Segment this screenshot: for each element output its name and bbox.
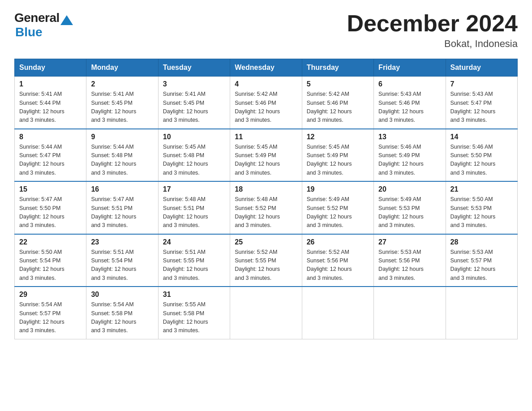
- calendar-cell: 11 Sunrise: 5:45 AMSunset: 5:49 PMDaylig…: [230, 129, 302, 182]
- calendar-cell: [230, 287, 302, 339]
- calendar-week-row: 29 Sunrise: 5:54 AMSunset: 5:57 PMDaylig…: [15, 287, 518, 339]
- day-number: 2: [91, 80, 153, 88]
- day-info: Sunrise: 5:52 AMSunset: 5:55 PMDaylight:…: [235, 249, 280, 281]
- day-number: 23: [91, 238, 153, 246]
- day-number: 12: [307, 133, 369, 141]
- day-info: Sunrise: 5:41 AMSunset: 5:44 PMDaylight:…: [19, 91, 64, 123]
- calendar-cell: 2 Sunrise: 5:41 AMSunset: 5:45 PMDayligh…: [86, 77, 158, 129]
- day-info: Sunrise: 5:45 AMSunset: 5:49 PMDaylight:…: [235, 144, 280, 176]
- calendar-cell: 13 Sunrise: 5:46 AMSunset: 5:49 PMDaylig…: [374, 129, 446, 182]
- day-number: 28: [450, 238, 513, 246]
- day-info: Sunrise: 5:46 AMSunset: 5:50 PMDaylight:…: [450, 144, 496, 176]
- calendar-cell: 6 Sunrise: 5:43 AMSunset: 5:46 PMDayligh…: [374, 77, 446, 129]
- calendar-cell: 24 Sunrise: 5:51 AMSunset: 5:55 PMDaylig…: [158, 234, 230, 287]
- day-info: Sunrise: 5:45 AMSunset: 5:48 PMDaylight:…: [163, 144, 208, 176]
- day-info: Sunrise: 5:49 AMSunset: 5:53 PMDaylight:…: [378, 196, 424, 228]
- calendar-week-row: 1 Sunrise: 5:41 AMSunset: 5:44 PMDayligh…: [15, 77, 518, 129]
- day-info: Sunrise: 5:43 AMSunset: 5:46 PMDaylight:…: [378, 91, 424, 123]
- day-number: 25: [235, 238, 297, 246]
- calendar-cell: 23 Sunrise: 5:51 AMSunset: 5:54 PMDaylig…: [86, 234, 158, 287]
- day-header-thursday: Thursday: [302, 59, 373, 77]
- day-info: Sunrise: 5:51 AMSunset: 5:55 PMDaylight:…: [163, 249, 208, 281]
- day-info: Sunrise: 5:48 AMSunset: 5:51 PMDaylight:…: [163, 196, 208, 228]
- day-number: 22: [19, 238, 82, 246]
- day-number: 5: [307, 80, 369, 88]
- calendar-cell: 22 Sunrise: 5:50 AMSunset: 5:54 PMDaylig…: [15, 234, 86, 287]
- calendar-cell: 25 Sunrise: 5:52 AMSunset: 5:55 PMDaylig…: [230, 234, 302, 287]
- day-info: Sunrise: 5:53 AMSunset: 5:57 PMDaylight:…: [450, 249, 496, 281]
- calendar-cell: 9 Sunrise: 5:44 AMSunset: 5:48 PMDayligh…: [86, 129, 158, 182]
- day-number: 9: [91, 133, 153, 141]
- day-number: 1: [19, 80, 82, 88]
- calendar-cell: 8 Sunrise: 5:44 AMSunset: 5:47 PMDayligh…: [15, 129, 86, 182]
- day-info: Sunrise: 5:54 AMSunset: 5:57 PMDaylight:…: [19, 301, 64, 334]
- calendar-cell: [302, 287, 373, 339]
- day-info: Sunrise: 5:52 AMSunset: 5:56 PMDaylight:…: [307, 249, 352, 281]
- calendar-cell: [446, 287, 517, 339]
- calendar-cell: 15 Sunrise: 5:47 AMSunset: 5:50 PMDaylig…: [15, 181, 86, 234]
- day-info: Sunrise: 5:53 AMSunset: 5:56 PMDaylight:…: [378, 249, 424, 281]
- day-header-friday: Friday: [374, 59, 446, 77]
- day-number: 11: [235, 133, 297, 141]
- calendar-cell: 20 Sunrise: 5:49 AMSunset: 5:53 PMDaylig…: [374, 181, 446, 234]
- page-header: General Blue December 2024 Bokat, Indone…: [14, 11, 518, 50]
- calendar-cell: 27 Sunrise: 5:53 AMSunset: 5:56 PMDaylig…: [374, 234, 446, 287]
- day-header-wednesday: Wednesday: [230, 59, 302, 77]
- calendar-cell: 4 Sunrise: 5:42 AMSunset: 5:46 PMDayligh…: [230, 77, 302, 129]
- day-header-saturday: Saturday: [446, 59, 517, 77]
- day-number: 14: [450, 133, 513, 141]
- day-number: 19: [307, 185, 369, 193]
- page-subtitle: Bokat, Indonesia: [347, 38, 518, 50]
- day-info: Sunrise: 5:43 AMSunset: 5:47 PMDaylight:…: [450, 91, 496, 123]
- day-info: Sunrise: 5:42 AMSunset: 5:46 PMDaylight:…: [235, 91, 280, 123]
- day-number: 29: [19, 291, 82, 299]
- day-number: 3: [163, 80, 225, 88]
- day-info: Sunrise: 5:44 AMSunset: 5:47 PMDaylight:…: [19, 144, 64, 176]
- day-info: Sunrise: 5:47 AMSunset: 5:50 PMDaylight:…: [19, 196, 64, 228]
- day-number: 16: [91, 185, 153, 193]
- title-block: December 2024 Bokat, Indonesia: [347, 11, 518, 50]
- day-number: 7: [450, 80, 513, 88]
- day-info: Sunrise: 5:48 AMSunset: 5:52 PMDaylight:…: [235, 196, 280, 228]
- calendar-cell: 31 Sunrise: 5:55 AMSunset: 5:58 PMDaylig…: [158, 287, 230, 339]
- calendar-cell: 16 Sunrise: 5:47 AMSunset: 5:51 PMDaylig…: [86, 181, 158, 234]
- calendar-cell: 28 Sunrise: 5:53 AMSunset: 5:57 PMDaylig…: [446, 234, 517, 287]
- day-number: 24: [163, 238, 225, 246]
- calendar-cell: 5 Sunrise: 5:42 AMSunset: 5:46 PMDayligh…: [302, 77, 373, 129]
- page-title: December 2024: [347, 11, 518, 36]
- day-info: Sunrise: 5:41 AMSunset: 5:45 PMDaylight:…: [91, 91, 136, 123]
- calendar-cell: 26 Sunrise: 5:52 AMSunset: 5:56 PMDaylig…: [302, 234, 373, 287]
- day-info: Sunrise: 5:46 AMSunset: 5:49 PMDaylight:…: [378, 144, 424, 176]
- day-number: 8: [19, 133, 82, 141]
- logo: General Blue: [14, 11, 73, 39]
- calendar-week-row: 22 Sunrise: 5:50 AMSunset: 5:54 PMDaylig…: [15, 234, 518, 287]
- day-info: Sunrise: 5:50 AMSunset: 5:53 PMDaylight:…: [450, 196, 496, 228]
- day-number: 26: [307, 238, 369, 246]
- day-number: 21: [450, 185, 513, 193]
- calendar-cell: 14 Sunrise: 5:46 AMSunset: 5:50 PMDaylig…: [446, 129, 517, 182]
- calendar-cell: 29 Sunrise: 5:54 AMSunset: 5:57 PMDaylig…: [15, 287, 86, 339]
- calendar-cell: 30 Sunrise: 5:54 AMSunset: 5:58 PMDaylig…: [86, 287, 158, 339]
- logo-triangle-icon: [60, 15, 73, 25]
- day-info: Sunrise: 5:42 AMSunset: 5:46 PMDaylight:…: [307, 91, 352, 123]
- calendar-cell: 10 Sunrise: 5:45 AMSunset: 5:48 PMDaylig…: [158, 129, 230, 182]
- day-number: 10: [163, 133, 225, 141]
- day-info: Sunrise: 5:51 AMSunset: 5:54 PMDaylight:…: [91, 249, 136, 281]
- day-number: 20: [378, 185, 441, 193]
- logo-general-text: General: [14, 11, 60, 25]
- calendar-cell: 1 Sunrise: 5:41 AMSunset: 5:44 PMDayligh…: [15, 77, 86, 129]
- day-header-monday: Monday: [86, 59, 158, 77]
- day-number: 13: [378, 133, 441, 141]
- day-info: Sunrise: 5:54 AMSunset: 5:58 PMDaylight:…: [91, 301, 136, 334]
- day-number: 27: [378, 238, 441, 246]
- day-number: 4: [235, 80, 297, 88]
- calendar-week-row: 15 Sunrise: 5:47 AMSunset: 5:50 PMDaylig…: [15, 181, 518, 234]
- calendar-cell: 12 Sunrise: 5:45 AMSunset: 5:49 PMDaylig…: [302, 129, 373, 182]
- calendar-cell: 18 Sunrise: 5:48 AMSunset: 5:52 PMDaylig…: [230, 181, 302, 234]
- day-info: Sunrise: 5:44 AMSunset: 5:48 PMDaylight:…: [91, 144, 136, 176]
- logo-blue-text: Blue: [15, 25, 43, 39]
- day-info: Sunrise: 5:41 AMSunset: 5:45 PMDaylight:…: [163, 91, 208, 123]
- day-info: Sunrise: 5:50 AMSunset: 5:54 PMDaylight:…: [19, 249, 64, 281]
- day-number: 17: [163, 185, 225, 193]
- calendar-cell: [374, 287, 446, 339]
